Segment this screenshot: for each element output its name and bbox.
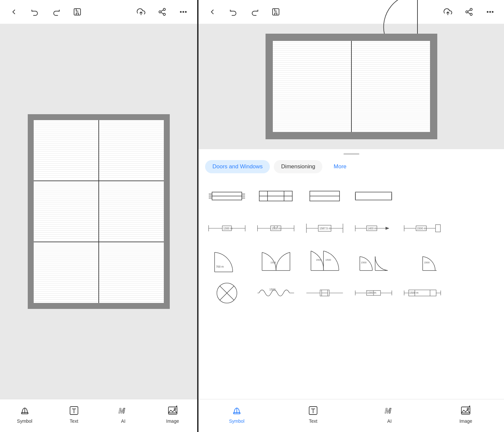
right-image-icon bbox=[460, 405, 472, 416]
symbol-misc-5[interactable]: 1500 m bbox=[399, 278, 446, 308]
right-back-button[interactable] bbox=[206, 6, 218, 18]
symbol-misc-2[interactable]: 1500 bbox=[253, 278, 299, 308]
right-canvas bbox=[198, 24, 504, 149]
svg-text:I: I bbox=[389, 407, 391, 415]
left-more-button[interactable] bbox=[177, 6, 189, 18]
svg-text:1500: 1500 bbox=[270, 261, 276, 264]
svg-point-9 bbox=[185, 11, 186, 12]
ai-icon: M I bbox=[117, 405, 129, 416]
svg-point-19 bbox=[174, 408, 176, 410]
window-pane-right bbox=[99, 120, 164, 303]
right-bottom-image[interactable]: Image bbox=[452, 405, 479, 424]
svg-point-30 bbox=[489, 11, 490, 12]
svg-text:1500: 1500 bbox=[325, 258, 331, 261]
window-frame-left bbox=[28, 114, 170, 309]
right-text-label: Text bbox=[309, 418, 317, 424]
right-ai-label: AI bbox=[387, 418, 392, 424]
left-bottom-text[interactable]: Text bbox=[61, 405, 87, 424]
svg-text:700 m: 700 m bbox=[216, 265, 223, 268]
right-toolbar bbox=[198, 0, 504, 24]
svg-rect-76 bbox=[436, 225, 441, 232]
svg-point-3 bbox=[159, 11, 161, 13]
pane-bottom-right bbox=[99, 242, 164, 303]
svg-text:1300 m: 1300 m bbox=[223, 227, 233, 230]
right-bottom-bar: Symbol Text M I AI bbox=[198, 399, 504, 432]
symbols-row-3: 700 m 1500 bbox=[204, 246, 499, 276]
left-canvas bbox=[0, 24, 197, 399]
right-undo-button[interactable] bbox=[228, 6, 239, 18]
right-more-button[interactable] bbox=[484, 6, 496, 18]
symbol-dim-1[interactable]: 1300 m bbox=[204, 214, 250, 243]
text-icon bbox=[68, 405, 80, 416]
left-bottom-symbol[interactable]: Symbol bbox=[12, 405, 38, 424]
tab-more[interactable]: More bbox=[326, 160, 354, 173]
svg-text:1500: 1500 bbox=[316, 258, 321, 261]
pane-top-left bbox=[34, 120, 98, 181]
symbols-row-2: 1300 m 1500 m bbox=[204, 214, 499, 243]
symbol-dim-4[interactable]: 1400 m bbox=[350, 214, 397, 243]
right-bottom-symbol[interactable]: Symbol bbox=[224, 405, 250, 424]
symbol-door-3[interactable]: 1500 1500 bbox=[302, 246, 348, 276]
symbol-dim-2[interactable]: 1500 m bbox=[253, 214, 299, 243]
svg-point-31 bbox=[492, 11, 493, 12]
symbol-misc-1[interactable] bbox=[204, 278, 250, 308]
right-bottom-ai[interactable]: M I AI bbox=[376, 405, 403, 424]
symbol-door-1[interactable]: 700 m bbox=[204, 246, 250, 276]
pane-mid-left bbox=[34, 181, 98, 242]
right-share-button[interactable] bbox=[463, 6, 475, 18]
right-redo-button[interactable] bbox=[249, 6, 261, 18]
symbol-window-4[interactable] bbox=[350, 181, 397, 211]
right-symbol-label: Symbol bbox=[229, 418, 244, 424]
symbol-dim-3[interactable]: 1587.5 m bbox=[302, 214, 348, 243]
right-text-icon bbox=[307, 405, 319, 416]
svg-text:1000 m: 1000 m bbox=[367, 291, 377, 295]
left-share-button[interactable] bbox=[156, 6, 168, 18]
left-toolbar bbox=[0, 0, 197, 24]
left-bottom-ai[interactable]: M I AI bbox=[110, 405, 136, 424]
left-upload-button[interactable] bbox=[135, 6, 147, 18]
symbol-window-3[interactable] bbox=[302, 181, 348, 211]
left-save-button[interactable] bbox=[71, 6, 83, 18]
right-bottom-text[interactable]: Text bbox=[300, 405, 326, 424]
svg-rect-22 bbox=[272, 9, 279, 15]
svg-point-4 bbox=[163, 13, 165, 16]
left-bottom-image[interactable]: Image bbox=[160, 405, 186, 424]
symbol-window-2[interactable] bbox=[253, 181, 299, 211]
symbol-door-5[interactable]: 1500 bbox=[399, 246, 446, 276]
right-ai-icon: M I bbox=[383, 405, 395, 416]
svg-point-132 bbox=[467, 408, 469, 410]
left-redo-button[interactable] bbox=[50, 6, 62, 18]
symbol-misc-3[interactable] bbox=[302, 278, 348, 308]
svg-text:1500 m: 1500 m bbox=[417, 227, 426, 230]
symbol-misc-4[interactable]: 1000 m bbox=[350, 278, 397, 308]
symbol-door-2[interactable]: 1500 bbox=[253, 246, 299, 276]
left-panel: Symbol Text M I AI bbox=[0, 0, 198, 432]
symbol-window-1[interactable] bbox=[204, 181, 250, 211]
symbols-row-4: 1500 bbox=[204, 278, 499, 308]
right-toolbar-right bbox=[442, 6, 496, 18]
symbols-row-1 bbox=[204, 181, 499, 211]
svg-rect-47 bbox=[355, 192, 392, 200]
svg-point-7 bbox=[180, 11, 181, 12]
symbols-grid: 1300 m 1500 m bbox=[198, 179, 504, 399]
bottom-sheet: Doors and Windows Dimensioning More bbox=[198, 149, 504, 432]
svg-line-6 bbox=[161, 10, 163, 11]
right-save-button[interactable] bbox=[270, 6, 282, 18]
svg-point-25 bbox=[466, 11, 468, 13]
symbol-door-4[interactable]: 1500 bbox=[350, 246, 397, 276]
right-symbol-icon bbox=[231, 405, 243, 416]
sheet-tabs: Doors and Windows Dimensioning More bbox=[198, 157, 504, 179]
symbol-dim-5[interactable]: 1500 m bbox=[399, 214, 446, 243]
left-bottom-bar: Symbol Text M I AI bbox=[0, 399, 197, 432]
svg-text:1500 m: 1500 m bbox=[271, 227, 281, 230]
tab-dimensioning[interactable]: Dimensioning bbox=[274, 160, 322, 173]
svg-text:1587.5 m: 1587.5 m bbox=[320, 227, 331, 230]
tab-doors-windows[interactable]: Doors and Windows bbox=[205, 160, 270, 173]
sheet-handle-row bbox=[198, 149, 504, 157]
right-upload-button[interactable] bbox=[442, 6, 454, 18]
left-undo-button[interactable] bbox=[29, 6, 41, 18]
right-image-label: Image bbox=[459, 418, 472, 424]
left-back-button[interactable] bbox=[8, 6, 20, 18]
window-right-pane-right bbox=[352, 41, 430, 132]
pane-bottom-left bbox=[34, 242, 98, 303]
